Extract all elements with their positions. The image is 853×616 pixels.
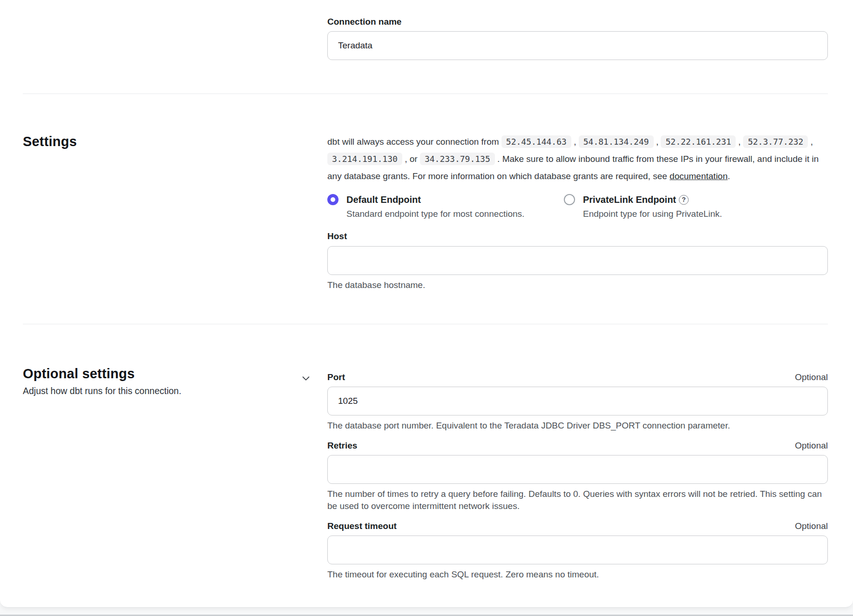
optional-badge: Optional (795, 520, 828, 532)
host-helper-text: The database hostname. (327, 279, 828, 291)
connection-name-section: Connection name (23, 0, 828, 94)
endpoint-default-description: Standard endpoint type for most connecti… (346, 208, 564, 220)
settings-heading: Settings (23, 133, 327, 150)
ip-badge: 54.81.134.249 (579, 135, 654, 148)
documentation-link[interactable]: documentation (670, 171, 728, 181)
endpoint-default-label: Default Endpoint (346, 193, 421, 206)
connection-name-input[interactable] (327, 31, 828, 60)
endpoint-option-privatelink[interactable]: PrivateLink Endpoint? Endpoint type for … (564, 193, 828, 220)
ip-badge: 52.22.161.231 (661, 135, 736, 148)
help-icon[interactable]: ? (679, 195, 689, 205)
host-label: Host (327, 230, 828, 242)
ip-badge: 34.233.79.135 (420, 153, 495, 165)
port-label: Port (327, 371, 345, 383)
optional-settings-subheading: Adjust how dbt runs for this connection. (23, 384, 327, 397)
port-helper-text: The database port number. Equivalent to … (327, 420, 828, 432)
retries-label: Retries (327, 440, 357, 452)
request-timeout-input[interactable] (327, 536, 828, 564)
retries-helper-text: The number of times to retry a query bef… (327, 488, 828, 512)
ip-badge: 3.214.191.130 (327, 153, 402, 165)
host-input[interactable] (327, 246, 828, 275)
optional-badge: Optional (795, 371, 828, 383)
radio-selected-icon[interactable] (327, 194, 338, 205)
retries-field-group: Retries Optional The number of times to … (327, 440, 828, 512)
request-timeout-label: Request timeout (327, 520, 397, 532)
optional-badge: Optional (795, 440, 828, 452)
endpoint-privatelink-label: PrivateLink Endpoint (583, 194, 676, 205)
request-timeout-helper-text: The timeout for executing each SQL reque… (327, 569, 828, 581)
chevron-down-icon[interactable] (300, 373, 311, 384)
endpoint-privatelink-description: Endpoint type for using PrivateLink. (583, 208, 828, 220)
port-input[interactable] (327, 387, 828, 415)
settings-intro: dbt will always access your connection f… (327, 133, 828, 185)
ip-badge: 52.45.144.63 (501, 135, 571, 148)
host-field-group: Host The database hostname. (327, 230, 828, 291)
port-field-group: Port Optional The database port number. … (327, 371, 828, 432)
settings-section: Settings dbt will always access your con… (23, 94, 828, 324)
ip-badge: 52.3.77.232 (743, 135, 808, 148)
retries-input[interactable] (327, 455, 828, 484)
endpoint-radio-group: Default Endpoint Standard endpoint type … (327, 193, 828, 220)
optional-settings-heading: Optional settings (23, 365, 327, 382)
connection-settings-card: Connection name Settings dbt will always… (0, 0, 853, 608)
optional-settings-section: Optional settings Adjust how dbt runs fo… (23, 324, 828, 589)
radio-unselected-icon[interactable] (564, 194, 575, 205)
connection-name-label: Connection name (327, 16, 401, 28)
request-timeout-field-group: Request timeout Optional The timeout for… (327, 520, 828, 581)
endpoint-option-default[interactable]: Default Endpoint Standard endpoint type … (327, 193, 564, 220)
